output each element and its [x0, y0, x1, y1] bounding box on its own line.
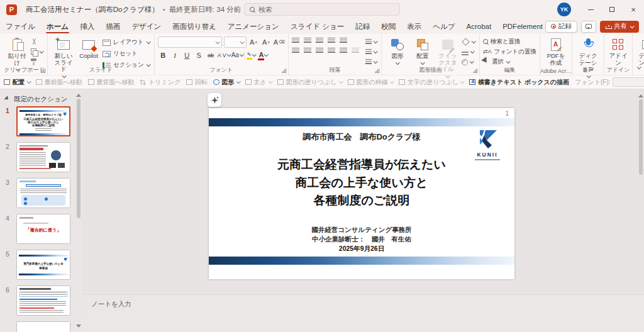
- tab-transitions[interactable]: 画面切り替え: [167, 19, 222, 34]
- tab-pdfelement[interactable]: PDFelement: [497, 19, 548, 34]
- find-replace-button[interactable]: 検索と置換: [483, 37, 521, 46]
- slide-thumbnail-2[interactable]: [16, 142, 70, 172]
- text-direction-button[interactable]: [365, 38, 377, 46]
- document-title[interactable]: 商工会活用セミナー（調布Doクラブ様） • 最終更新日時: 34 分前: [26, 5, 248, 14]
- scrollbar-thumb[interactable]: [639, 99, 643, 175]
- select-button[interactable]: 選択: [483, 57, 509, 66]
- share-button[interactable]: 共有: [600, 21, 639, 33]
- character-spacing-button[interactable]: A V: [218, 50, 230, 60]
- avatar[interactable]: YK: [557, 3, 571, 16]
- close-button[interactable]: ×: [623, 0, 644, 19]
- align-right-icon[interactable]: [316, 48, 323, 54]
- columns-icon[interactable]: [352, 48, 359, 54]
- replace-fonts-button[interactable]: ⇄Aフォントの置換: [483, 47, 536, 56]
- tab-draw[interactable]: 描画: [100, 19, 126, 34]
- restore-button[interactable]: [601, 0, 623, 19]
- addins-button[interactable]: アドイン: [608, 36, 629, 67]
- copilot-slides-button[interactable]: Copilot: [76, 36, 101, 61]
- section-header[interactable]: 既定のセクション: [0, 89, 82, 106]
- thumbnail-scrollbar[interactable]: [76, 91, 81, 330]
- align-text-button[interactable]: [365, 48, 377, 56]
- tab-review[interactable]: 校閲: [375, 19, 401, 34]
- search-input[interactable]: [258, 6, 384, 13]
- tab-slideshow[interactable]: スライド ショー: [285, 19, 350, 34]
- line-spacing-icon[interactable]: [340, 38, 347, 44]
- font-color-button[interactable]: A: [258, 50, 269, 60]
- justify-icon[interactable]: [328, 48, 335, 54]
- underline-button[interactable]: U: [182, 50, 192, 60]
- slide-thumbnail-6[interactable]: [16, 285, 70, 316]
- slide-subtitle[interactable]: 調布市商工会 調布Doクラブ様: [209, 131, 514, 143]
- change-case-button[interactable]: Aa: [231, 50, 243, 60]
- decrease-font-button[interactable]: A˅: [261, 37, 272, 48]
- scroll-down-icon[interactable]: [76, 324, 81, 330]
- arrange-button[interactable]: 配置: [410, 36, 435, 66]
- slide-thumbnail-7[interactable]: [16, 321, 70, 332]
- bold-button[interactable]: B: [158, 50, 169, 60]
- italic-button[interactable]: I: [170, 50, 180, 60]
- tab-record[interactable]: 記録: [350, 19, 375, 34]
- record-button[interactable]: 記録: [545, 21, 577, 33]
- slide-thumbnail-1[interactable]: 調布市商工会 調布Doクラブ様 元商工会経営指導員が伝えたい 商工会の上手な使い…: [16, 106, 70, 136]
- shapes-button[interactable]: 図形: [385, 36, 410, 66]
- slide-thumbnail-3[interactable]: [16, 178, 70, 208]
- slide-title[interactable]: 元商工会経営指導員が伝えたい 商工会の上手な使い方と 各種制度のご説明: [209, 156, 514, 210]
- notes-pane[interactable]: ノートを入力: [82, 294, 644, 332]
- highlight-color-button[interactable]: ✎: [246, 50, 257, 60]
- slide-bottom-gradient-bar[interactable]: [209, 257, 514, 265]
- dialog-launcher-icon[interactable]: [375, 69, 379, 73]
- tab-view[interactable]: 表示: [401, 19, 427, 34]
- smartart-button[interactable]: [365, 58, 377, 66]
- textbox-button[interactable]: 横書きテキスト ボックスの描画: [469, 78, 569, 87]
- shadow-button[interactable]: S: [194, 50, 204, 60]
- shape-outline-button[interactable]: [462, 48, 475, 56]
- tab-file[interactable]: ファイル: [0, 19, 41, 34]
- tab-home[interactable]: ホーム: [41, 19, 74, 34]
- decrease-indent-icon[interactable]: [316, 38, 323, 44]
- tab-help[interactable]: ヘルプ: [427, 19, 460, 34]
- scroll-up-icon[interactable]: [76, 91, 81, 97]
- reset-button[interactable]: リセット: [103, 49, 150, 58]
- increase-indent-icon[interactable]: [328, 38, 335, 44]
- powerpoint-app-icon[interactable]: P: [6, 4, 17, 15]
- font-size-combo[interactable]: [224, 36, 247, 48]
- clear-formatting-button[interactable]: A⌫: [274, 37, 285, 48]
- designer-floating-button[interactable]: [208, 93, 221, 107]
- tab-design[interactable]: デザイン: [126, 19, 167, 34]
- tab-acrobat[interactable]: Acrobat: [461, 19, 497, 34]
- shapes-quick-button[interactable]: 図形: [213, 78, 240, 87]
- copy-button[interactable]: [31, 48, 43, 56]
- slide-top-gradient-bar[interactable]: [209, 118, 514, 126]
- collapse-ribbon-button[interactable]: [637, 60, 640, 72]
- align-center-icon[interactable]: [304, 48, 311, 54]
- scrollbar-thumb[interactable]: [77, 99, 80, 218]
- slide-credits[interactable]: 國井経営コンサルティング事務所 中小企業診断士： 國井 有生佑 2025年9月2…: [209, 225, 514, 254]
- scroll-up-icon[interactable]: [638, 92, 643, 97]
- layout-button[interactable]: レイアウト: [103, 38, 150, 47]
- increase-font-button[interactable]: A˄: [248, 37, 259, 48]
- numbering-icon[interactable]: [304, 38, 311, 44]
- bullets-icon[interactable]: [292, 38, 299, 44]
- create-pdf-button[interactable]: PDFを作成: [543, 36, 569, 67]
- dialog-launcher-icon[interactable]: [282, 69, 286, 73]
- tab-insert[interactable]: 挿入: [74, 19, 100, 34]
- dialog-launcher-icon[interactable]: [473, 69, 477, 73]
- shape-effects-button[interactable]: [462, 58, 475, 66]
- arrange-quick-button[interactable]: 配置: [4, 78, 30, 87]
- shape-fill-button[interactable]: [462, 38, 475, 46]
- search-box[interactable]: [244, 3, 400, 16]
- dialog-launcher-icon[interactable]: [41, 69, 45, 73]
- notes-placeholder[interactable]: ノートを入力: [91, 300, 131, 309]
- comments-button[interactable]: [581, 21, 596, 33]
- align-left-icon[interactable]: [292, 48, 299, 54]
- font-name-combo[interactable]: [158, 36, 222, 48]
- slide-thumbnail-5[interactable]: 専門家派遣の上手な使い方と支援事例: [16, 250, 70, 280]
- tab-animations[interactable]: アニメーション: [222, 19, 285, 34]
- distribute-icon[interactable]: [340, 48, 347, 54]
- format-painter-button[interactable]: [31, 58, 43, 66]
- minimize-button[interactable]: [580, 0, 601, 19]
- strikethrough-button[interactable]: ab: [206, 50, 216, 60]
- slide-thumbnail-4[interactable]: 「複合的に使う」: [16, 214, 70, 244]
- slide-editor[interactable]: 1 調布市商工会 調布Doクラブ様 KUNII 元商工会経営指導員が伝えたい 商…: [209, 108, 514, 279]
- cut-button[interactable]: [31, 38, 43, 46]
